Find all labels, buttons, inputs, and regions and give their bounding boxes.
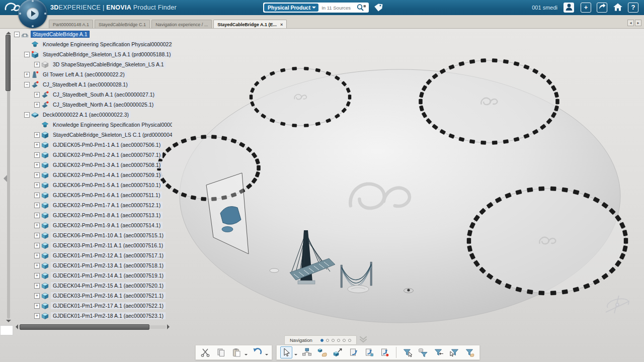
- tab-scroll-left-button[interactable]: ◂: [627, 20, 634, 26]
- tree-item-label[interactable]: GJDECK03-Pm1-Pm2-16 A.1 (aec00007521.1): [51, 292, 166, 299]
- filter-manipulate-button[interactable]: [464, 346, 476, 358]
- tree-item-label[interactable]: GJDECK01-Pm1-Pm2-12 A.1 (aec00007517.1): [51, 252, 166, 259]
- tree-item[interactable]: +GJDECK02-Pm0-Pm1-9 A.1 (aec00007514.1): [13, 220, 172, 230]
- collapse-icon[interactable]: −: [24, 82, 30, 87]
- pattern-instance-block[interactable]: [304, 124, 308, 127]
- expand-icon[interactable]: +: [34, 193, 40, 198]
- pattern-instance-block[interactable]: [539, 291, 544, 295]
- pattern-instance-block[interactable]: [481, 141, 486, 144]
- pad-small[interactable]: [270, 268, 279, 273]
- tree-item-label[interactable]: GJDECK02-Pm0-Pm1-4 A.1 (aec00007509.1): [51, 171, 163, 178]
- tree-item-label[interactable]: GJDECK05-Pm0-Pm1-1 A.1 (aec00007506.1): [51, 141, 163, 148]
- expand-icon[interactable]: +: [24, 72, 30, 77]
- expand-icon[interactable]: +: [34, 172, 40, 178]
- tree-item[interactable]: Knowledge Engineering Specification Phys…: [13, 39, 172, 49]
- nav-dot-1[interactable]: [320, 339, 324, 342]
- pattern-instance-block[interactable]: [348, 95, 351, 100]
- expand-icon[interactable]: +: [34, 223, 40, 228]
- tree-item[interactable]: +GJDECK05-Pm0-Pm1-1 A.1 (aec00007506.1): [13, 140, 172, 150]
- expand-icon[interactable]: +: [34, 273, 40, 279]
- pattern-instance-block[interactable]: [467, 238, 471, 244]
- open-required-button[interactable]: [379, 346, 391, 358]
- expand-icon[interactable]: +: [34, 243, 40, 248]
- ring-disc[interactable]: [251, 68, 350, 126]
- filter-pointer-button[interactable]: [448, 346, 460, 358]
- scroll-left-arrow[interactable]: [13, 324, 18, 329]
- paste-button[interactable]: [230, 346, 243, 358]
- tree-item-label[interactable]: StayedCableBridge A.1: [31, 31, 90, 38]
- tree-item[interactable]: +CJ_Stayedbelt_South A.1 (aec00000027.1): [13, 89, 172, 100]
- tab-close-icon[interactable]: ×: [280, 22, 283, 27]
- pattern-instance-block[interactable]: [481, 59, 486, 62]
- tree-item-label[interactable]: GJDECK05-Pm0-Pm1-6 A.1 (aec00007511.1): [51, 192, 162, 199]
- tree-item[interactable]: −Deck00000022 A.1 (aec00000022.3): [13, 110, 172, 120]
- pattern-instance-block[interactable]: [201, 197, 206, 201]
- expand-icon[interactable]: +: [34, 62, 40, 67]
- tree-item-label[interactable]: Knowledge Engineering Specification Phys…: [41, 41, 172, 48]
- expand-icon[interactable]: +: [34, 293, 40, 299]
- pattern-instance-block[interactable]: [562, 188, 568, 193]
- undo-dropdown-icon[interactable]: [265, 354, 268, 357]
- select-button[interactable]: [280, 346, 292, 358]
- tree-item[interactable]: +GJDECK01-Pm1-Pm2-14 A.1 (aec00007519.1): [13, 270, 172, 281]
- pattern-instance-block[interactable]: [556, 99, 559, 104]
- pattern-instance-block[interactable]: [562, 290, 568, 295]
- expand-icon[interactable]: +: [34, 253, 40, 258]
- pattern-instance-block[interactable]: [469, 139, 475, 143]
- tree-item-label[interactable]: GJDECK01-Pm1-Pm2-13 A.1 (aec00007518.1): [51, 262, 166, 269]
- expand-product-button[interactable]: [316, 346, 329, 358]
- global-search[interactable]: Physical Product: [263, 3, 369, 13]
- scroll-right-arrow[interactable]: [167, 324, 172, 329]
- tab-2[interactable]: StayedCableBridge C.1: [95, 20, 150, 28]
- tree-item[interactable]: +GJDECK01-Pm1-Pm2-12 A.1 (aec00007517.1): [13, 250, 172, 260]
- tree-item-label[interactable]: GJDECK03-Pm1-Pm2-11 A.1 (aec00007516.1): [51, 242, 165, 249]
- tree-item[interactable]: −StayedCableBridge_Skeleton_LS A.1 (prd0…: [13, 49, 172, 59]
- open-session-button[interactable]: [348, 346, 360, 358]
- panel-collapse-handle[interactable]: [0, 175, 7, 182]
- filter-volume-button[interactable]: [417, 346, 429, 358]
- add-icon[interactable]: +: [581, 3, 591, 13]
- tab-3[interactable]: Navigation experience / ...: [151, 20, 212, 28]
- chevron-expand-icon[interactable]: [359, 336, 367, 343]
- tree-item[interactable]: Knowledge Engineering Specification Phys…: [13, 120, 172, 130]
- tree-item[interactable]: +3D ShapeStayedCableBridge_Skeleton_LS A…: [13, 59, 172, 69]
- tree-item-label[interactable]: GJDECK02-Pm0-Pm1-7 A.1 (aec00007512.1): [51, 202, 163, 209]
- copy-button[interactable]: [215, 346, 227, 358]
- pattern-instance-block[interactable]: [492, 59, 497, 62]
- view-axis-compass[interactable]: [606, 296, 629, 313]
- pattern-instance-block[interactable]: [624, 238, 628, 244]
- vertical-scroll-thumb[interactable]: [6, 35, 11, 91]
- open-graph-button[interactable]: [301, 346, 313, 358]
- expand-icon[interactable]: +: [34, 263, 40, 268]
- pattern-instance-block[interactable]: [492, 141, 497, 144]
- tree-item[interactable]: +GJDECK03-Pm1-Pm2-16 A.1 (aec00007521.1): [13, 291, 172, 301]
- tree-item-label[interactable]: CJ_Stayedbelt A.1 (aec00000028.1): [41, 81, 130, 88]
- tree-item[interactable]: +GJDECK06-Pm0-Pm1-5 A.1 (aec00007510.1): [13, 180, 172, 190]
- expand-icon[interactable]: +: [34, 132, 40, 138]
- tree-item-label[interactable]: GJDECK01-Pm1-Pm2-14 A.1 (aec00007519.1): [51, 272, 166, 279]
- expand-icon[interactable]: +: [34, 283, 40, 289]
- nav-dot-3[interactable]: [332, 339, 335, 342]
- pattern-instance-block[interactable]: [550, 187, 556, 191]
- pattern-instance-block[interactable]: [292, 124, 297, 127]
- pattern-instance-block[interactable]: [201, 135, 206, 139]
- share-icon[interactable]: [597, 3, 607, 13]
- user-profile-icon[interactable]: [564, 3, 574, 13]
- expand-icon[interactable]: +: [34, 203, 40, 208]
- scroll-down-arrow[interactable]: [6, 320, 11, 325]
- tree-item[interactable]: +GI Tower Left A.1 (aec00000022.2): [13, 69, 172, 79]
- tree-item-label[interactable]: StayedCableBridge_Skeleton_LS C.1 (prd00…: [51, 131, 172, 138]
- pattern-instance-block[interactable]: [304, 67, 308, 70]
- expand-icon[interactable]: +: [34, 102, 40, 108]
- tree-item-label[interactable]: GJDECK02-Pm0-Pm1-2 A.1 (aec00007507.1): [51, 151, 163, 158]
- pattern-instance-block[interactable]: [469, 59, 475, 63]
- tree-item-label[interactable]: 3D ShapeStayedCableBridge_Skeleton_LS A.…: [51, 61, 166, 68]
- select-dropdown-icon[interactable]: [294, 354, 297, 357]
- filter-exchange-button[interactable]: [433, 346, 445, 358]
- tree-item[interactable]: +GJDECK01-Pm1-Pm2-13 A.1 (aec00007518.1): [13, 260, 172, 270]
- expand-icon[interactable]: +: [34, 183, 40, 188]
- tree-item[interactable]: +GJDECK05-Pm0-Pm1-6 A.1 (aec00007511.1): [13, 190, 172, 200]
- pattern-instance-block[interactable]: [550, 291, 556, 295]
- expand-icon[interactable]: +: [34, 313, 40, 319]
- tree-horizontal-scrollbar[interactable]: [13, 324, 172, 330]
